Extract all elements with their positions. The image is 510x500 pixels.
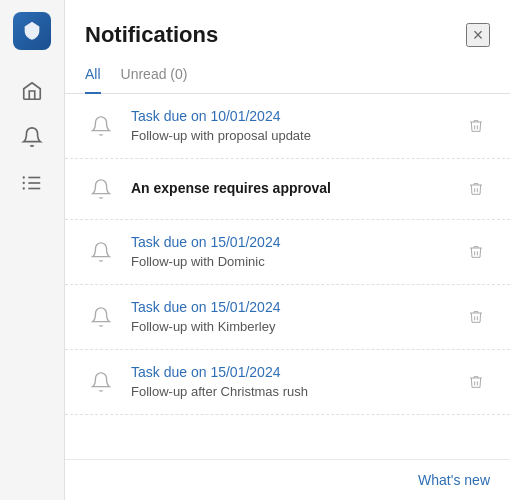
close-button[interactable]: × [466,23,490,47]
notif-description: Follow-up with proposal update [131,128,311,143]
notifications-list: Task due on 10/01/2024Follow-up with pro… [65,94,510,459]
notif-content: An expense requires approval [131,180,448,198]
whats-new-link[interactable]: What's new [418,472,490,488]
notif-title-link[interactable]: Task due on 15/01/2024 [131,364,448,380]
bell-icon [85,173,117,205]
notification-item: An expense requires approval [65,159,510,220]
delete-notification-button[interactable] [462,112,490,140]
notif-content: Task due on 15/01/2024Follow-up after Ch… [131,364,448,400]
notification-item: Task due on 10/01/2024Follow-up with pro… [65,94,510,159]
bell-icon [85,366,117,398]
delete-notification-button[interactable] [462,238,490,266]
panel-header: Notifications × [65,0,510,58]
notif-content: Task due on 15/01/2024Follow-up with Kim… [131,299,448,335]
notification-item: Task due on 15/01/2024Follow-up with Kim… [65,285,510,350]
bell-icon [85,110,117,142]
app-logo[interactable] [13,12,51,50]
notification-item: Task due on 15/01/2024Follow-up with Dom… [65,220,510,285]
bell-icon [85,236,117,268]
sidebar-item-tasks[interactable] [11,162,53,204]
panel-footer: What's new [65,459,510,500]
notification-item: Task due on 15/01/2024Follow-up after Ch… [65,350,510,415]
notif-description: Follow-up with Dominic [131,254,265,269]
tab-unread[interactable]: Unread (0) [121,58,188,94]
notif-title-link[interactable]: Task due on 10/01/2024 [131,108,448,124]
notif-title-link[interactable]: Task due on 15/01/2024 [131,234,448,250]
notif-content: Task due on 15/01/2024Follow-up with Dom… [131,234,448,270]
sidebar-item-home[interactable] [11,70,53,112]
tab-all[interactable]: All [85,58,101,94]
delete-notification-button[interactable] [462,303,490,331]
sidebar [0,0,65,500]
notif-description: Follow-up with Kimberley [131,319,276,334]
notif-content: Task due on 10/01/2024Follow-up with pro… [131,108,448,144]
notif-title-link[interactable]: Task due on 15/01/2024 [131,299,448,315]
delete-notification-button[interactable] [462,175,490,203]
panel-title: Notifications [85,22,218,48]
notifications-panel: Notifications × All Unread (0) Task due … [65,0,510,500]
delete-notification-button[interactable] [462,368,490,396]
notif-description: Follow-up after Christmas rush [131,384,308,399]
sidebar-item-notifications[interactable] [11,116,53,158]
bell-icon [85,301,117,333]
tabs-bar: All Unread (0) [65,58,510,94]
notif-title-plain: An expense requires approval [131,180,448,196]
